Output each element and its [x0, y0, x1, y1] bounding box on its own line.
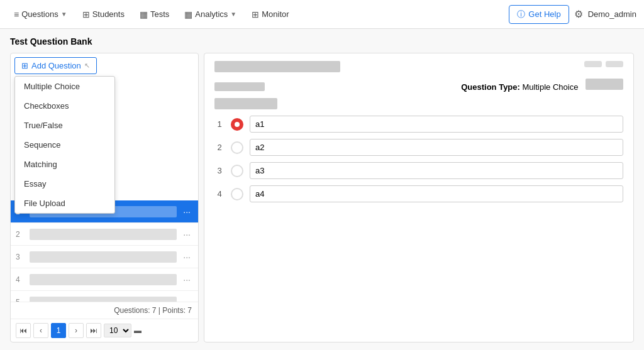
answer-row-1: 1 [214, 116, 623, 133]
question-list: 1 ··· 2 ··· 3 ··· 4 ··· [11, 200, 198, 302]
nav-students-label: Students [92, 9, 125, 19]
q-dots-3[interactable]: ··· [180, 252, 193, 262]
analytics-arrow-icon: ▼ [230, 11, 236, 18]
settings-icon[interactable]: ⚙ [574, 8, 583, 20]
pagination-last-button[interactable]: ⏭ [86, 323, 101, 338]
nav-right-section: ⓘ Get Help ⚙ Demo_admin [509, 5, 636, 24]
question-type-info: Question Type: Multiple Choice [461, 79, 623, 92]
dropdown-file-upload[interactable]: File Upload [15, 194, 114, 213]
answer-num-1: 1 [214, 119, 225, 129]
nav-analytics-label: Analytics [195, 9, 228, 19]
dropdown-matching[interactable]: Matching [15, 155, 114, 174]
dropdown-sequence[interactable]: Sequence [15, 135, 114, 155]
question-subtitle-placeholder [214, 82, 265, 91]
right-top-bar [214, 61, 623, 72]
answer-radio-4[interactable] [231, 188, 243, 200]
q-dots-2[interactable]: ··· [180, 229, 193, 239]
add-question-cursor: ↖ [84, 62, 90, 70]
answer-radio-2[interactable] [231, 141, 243, 154]
left-panel: ⊞ Add Question ↖ Multiple Choice Checkbo… [10, 53, 199, 342]
answer-row-4: 4 [214, 185, 623, 202]
answers-section-placeholder [214, 98, 277, 109]
pagination-prev-button[interactable]: ‹ [33, 323, 48, 338]
top-navigation: ≡ Questions ▼ ⊞ Students ▦ Tests ▦ Analy… [0, 0, 644, 29]
page-title: Test Question Bank [10, 36, 634, 46]
analytics-icon: ▦ [184, 9, 192, 19]
user-name-label: Demo_admin [588, 9, 636, 19]
answer-num-2: 2 [214, 143, 225, 152]
nav-tests[interactable]: ▦ Tests [133, 6, 175, 23]
answer-input-2[interactable] [250, 139, 623, 156]
right-action-btn-1[interactable] [584, 61, 602, 67]
answer-radio-3[interactable] [231, 165, 243, 177]
answer-num-4: 4 [214, 189, 225, 199]
tests-icon: ▦ [140, 9, 148, 19]
nav-monitor[interactable]: ⊞ Monitor [245, 6, 295, 23]
nav-questions[interactable]: ≡ Questions ▼ [8, 6, 74, 23]
help-circle-icon: ⓘ [517, 9, 525, 20]
add-question-plus-icon: ⊞ [21, 61, 28, 70]
right-panel: Question Type: Multiple Choice 1 2 [204, 53, 634, 342]
left-footer: Questions: 7 | Points: 7 [11, 302, 198, 319]
q-bar-5 [30, 297, 177, 302]
content-row: ⊞ Add Question ↖ Multiple Choice Checkbo… [10, 53, 634, 342]
nav-questions-label: Questions [21, 9, 58, 19]
q-bar-4 [30, 274, 177, 285]
pagination-first-button[interactable]: ⏮ [16, 323, 31, 338]
add-question-label: Add Question [31, 61, 81, 70]
answer-input-1[interactable] [250, 116, 623, 133]
main-content: Test Question Bank ⊞ Add Question ↖ Mult… [0, 29, 644, 350]
pagination: ⏮ ‹ 1 › ⏭ 10 25 50 ▬ [11, 319, 198, 342]
q-dots-1[interactable]: ··· [180, 207, 193, 217]
q-num-2: 2 [16, 230, 26, 239]
answer-input-4[interactable] [250, 185, 623, 202]
pagination-next-button[interactable]: › [69, 323, 84, 338]
answer-row-3: 3 [214, 162, 623, 179]
right-action-btn-2[interactable] [606, 61, 623, 67]
per-page-select[interactable]: 10 25 50 [104, 324, 131, 337]
questions-arrow-icon: ▼ [61, 11, 67, 18]
q-dots-5[interactable]: ··· [180, 297, 193, 302]
q-dots-4[interactable]: ··· [180, 275, 193, 285]
add-question-button[interactable]: ⊞ Add Question ↖ [14, 57, 97, 74]
answer-input-3[interactable] [250, 162, 623, 179]
q-num-4: 4 [16, 275, 26, 284]
nav-analytics[interactable]: ▦ Analytics ▼ [178, 6, 243, 23]
question-row-3[interactable]: 3 ··· [11, 246, 198, 268]
monitor-icon: ⊞ [252, 9, 259, 19]
question-type-value: Multiple Choice [523, 82, 579, 92]
q-bar-2 [30, 229, 177, 240]
questions-points-summary: Questions: 7 | Points: 7 [114, 306, 192, 315]
answer-list: 1 2 3 4 [214, 116, 623, 202]
right-top-buttons [584, 61, 623, 67]
question-meta-row: Question Type: Multiple Choice [214, 79, 623, 92]
right-small-action [586, 79, 623, 90]
dropdown-multiple-choice[interactable]: Multiple Choice [15, 77, 114, 96]
question-title-placeholder [214, 61, 340, 72]
per-page-label: ▬ [134, 326, 142, 335]
q-bar-3 [30, 251, 177, 263]
answer-num-3: 3 [214, 166, 225, 175]
nav-tests-label: Tests [150, 9, 169, 19]
q-num-3: 3 [16, 253, 26, 261]
dropdown-checkboxes[interactable]: Checkboxes [15, 96, 114, 116]
answer-row-2: 2 [214, 139, 623, 156]
dropdown-true-false[interactable]: True/False [15, 116, 114, 135]
answer-radio-1[interactable] [231, 118, 243, 131]
question-type-label: Question Type: Multiple Choice [461, 82, 580, 92]
pagination-page-1-button[interactable]: 1 [51, 323, 66, 338]
add-question-dropdown: Multiple Choice Checkboxes True/False Se… [14, 76, 115, 214]
students-icon: ⊞ [82, 9, 90, 19]
questions-icon: ≡ [14, 9, 19, 19]
get-help-button[interactable]: ⓘ Get Help [509, 5, 569, 24]
question-row-5[interactable]: 5 ··· [11, 291, 198, 302]
get-help-label: Get Help [528, 9, 560, 19]
question-row-2[interactable]: 2 ··· [11, 223, 198, 246]
nav-monitor-label: Monitor [262, 9, 289, 19]
nav-students[interactable]: ⊞ Students [76, 6, 131, 23]
question-row-4[interactable]: 4 ··· [11, 268, 198, 291]
dropdown-essay[interactable]: Essay [15, 174, 114, 194]
